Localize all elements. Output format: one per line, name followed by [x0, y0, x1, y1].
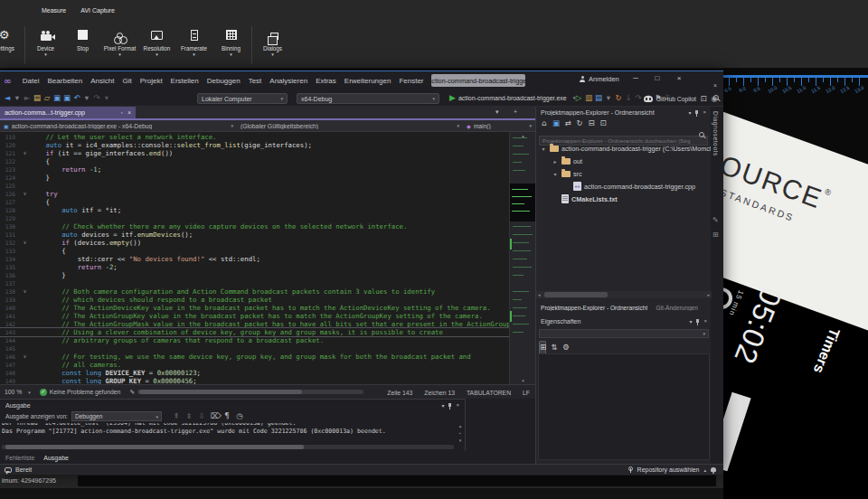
ribbon-button-stop[interactable]: Stop▾	[64, 24, 101, 57]
autoscroll-icon[interactable]: ⇩	[198, 410, 205, 422]
close-button[interactable]: ×	[673, 74, 685, 82]
redo-caret-icon[interactable]: ▾	[103, 92, 110, 104]
menu-extras[interactable]: Extras	[312, 77, 341, 85]
tree-caret-icon[interactable]: ▾	[540, 146, 547, 152]
close-icon[interactable]: ×	[456, 402, 459, 408]
close-icon[interactable]: ×	[703, 318, 707, 324]
chevron-down-icon[interactable]: ▾	[689, 318, 692, 325]
word-wrap-icon[interactable]: ¶	[223, 410, 231, 422]
close-icon[interactable]: ×	[713, 82, 717, 89]
chevron-down-icon[interactable]: ▾	[441, 402, 444, 409]
tool-tab-git-nderungen[interactable]: Git-Änderungen	[656, 305, 698, 311]
feedback-icon[interactable]	[5, 467, 12, 473]
categorized-icon[interactable]: ⊞	[539, 341, 546, 354]
menu-erstellen[interactable]: Erstellen	[166, 77, 203, 85]
minimap[interactable]: ▴ ▾	[509, 132, 535, 384]
capture-tab-measure[interactable]: Measure	[42, 7, 66, 14]
search-input[interactable]	[539, 136, 708, 146]
menu-ansicht[interactable]: Ansicht	[87, 77, 118, 85]
properties-header[interactable]: Eigenschaften ▾ ×	[536, 315, 712, 326]
sign-in-button[interactable]: Anmelden	[579, 75, 619, 83]
redo-icon[interactable]: ↷	[93, 92, 100, 104]
refresh-icon[interactable]: ↻	[576, 118, 583, 129]
menu-test[interactable]: Test	[244, 77, 266, 85]
menu-git[interactable]: Git	[118, 77, 136, 85]
save-all-icon[interactable]: ▣	[63, 92, 71, 104]
line-indicator[interactable]: Zeile 143	[387, 390, 412, 396]
menu-projekt[interactable]: Projekt	[136, 77, 166, 85]
eol-indicator[interactable]: LF	[523, 390, 530, 396]
configuration-dropdown[interactable]: x64-Debug▾	[297, 93, 439, 104]
maximize-button[interactable]: □	[651, 74, 664, 82]
undo-icon[interactable]: ↶	[73, 92, 80, 104]
clear-all-icon[interactable]: ⌦	[211, 410, 218, 422]
menu-bearbeiten[interactable]: Bearbeiten	[43, 77, 87, 85]
navigate-forward-icon[interactable]: ►	[24, 92, 31, 104]
search-icon[interactable]	[713, 95, 719, 100]
pencil-icon[interactable]: ✎	[712, 216, 719, 224]
alphabetical-icon[interactable]: ⇅	[551, 342, 558, 353]
tool-tab-projektmappen-explorer-ordneransicht[interactable]: Projektmappen-Explorer - Ordneransicht	[541, 305, 647, 311]
ribbon-button-framerate[interactable]: Framerate▾	[175, 24, 212, 57]
layout-icon[interactable]: ⊞	[712, 231, 719, 239]
repository-picker[interactable]: Repository auswählen	[637, 466, 700, 473]
sync-with-active-document-icon[interactable]: ⇄	[564, 118, 571, 129]
panel-tab-fehlerliste[interactable]: Fehlerliste	[5, 455, 34, 461]
horizontal-scrollbar[interactable]	[137, 390, 363, 394]
tree-item-action-command-broadcast-trigg[interactable]: ++action-command-broadcast-trigger.cpp	[536, 180, 711, 193]
test-explorer-icon[interactable]: ▤	[595, 92, 602, 104]
code-editor[interactable]: 119 // Let the user select a network int…	[0, 132, 535, 384]
scroll-left-icon[interactable]: ◂	[538, 292, 541, 297]
document-list-caret-icon[interactable]: ▾	[495, 108, 499, 116]
menu-datei[interactable]: Datei	[18, 77, 43, 85]
open-file-icon[interactable]: ▱	[43, 92, 51, 104]
ribbon-button-resolution[interactable]: Resolution▾	[138, 24, 175, 57]
column-indicator[interactable]: Zeichen 13	[424, 390, 455, 396]
explorer-horizontal-scrollbar[interactable]: ◂ ▸	[536, 291, 712, 298]
tree-item-out[interactable]: ▸out	[536, 155, 711, 167]
menu-debuggen[interactable]: Debuggen	[203, 77, 244, 85]
collapse-all-icon[interactable]: ⊟	[588, 118, 595, 129]
save-icon[interactable]: ▣	[53, 92, 61, 104]
close-icon[interactable]: ×	[703, 109, 706, 115]
notifications-bell-icon[interactable]	[711, 467, 716, 472]
chevron-down-icon[interactable]: ▾	[688, 109, 691, 116]
pin-icon[interactable]	[695, 110, 698, 114]
tab-diagnosetools[interactable]: Diagnosetools	[712, 111, 719, 156]
tree-caret-icon[interactable]: ▾	[552, 171, 559, 177]
hot-reload-icon[interactable]: ↻	[615, 92, 622, 104]
target-machine-dropdown[interactable]: Lokaler Computer▾	[197, 93, 288, 104]
scrollbar-thumb[interactable]	[139, 390, 302, 394]
new-tab-icon[interactable]: +	[514, 108, 517, 115]
properties-grid[interactable]	[538, 353, 710, 460]
output-log[interactable]: Der Thread 'ic4.device_lost' (23304) hat…	[2, 423, 456, 441]
fold-arrow-icon[interactable]: ∨	[20, 149, 30, 157]
menu-analysieren[interactable]: Analysieren	[266, 77, 312, 85]
tab-action-command-broadcast-trigger-cpp[interactable]: action-comma...t-trigger.cpp ◦ ×	[0, 107, 136, 118]
breadcrumb-member[interactable]: ◆ main() ▾	[463, 120, 535, 132]
fold-arrow-icon[interactable]: ∨	[20, 190, 30, 198]
problems-indicator[interactable]: Keine Probleme gefunden	[35, 389, 126, 396]
ribbon-button-dialogs[interactable]: Dialogs▾	[254, 24, 291, 57]
ribbon-button-pixel-format[interactable]: Pixel Format▾	[101, 24, 138, 57]
tree-item-src[interactable]: ▾src	[536, 167, 711, 180]
goto-previous-message-icon[interactable]: ⇞	[173, 410, 180, 422]
switch-views-icon[interactable]: ▣	[552, 118, 560, 129]
scrollbar-thumb[interactable]	[544, 292, 608, 297]
zoom-dropdown[interactable]: 100 %▾	[0, 389, 35, 395]
solution-explorer-search[interactable]	[539, 130, 708, 140]
output-header[interactable]: Ausgabe ▾ ×	[0, 400, 465, 410]
tree-caret-icon[interactable]: ▸	[552, 158, 559, 165]
properties-object-dropdown[interactable]: ▾	[539, 329, 709, 338]
value-field[interactable]	[78, 475, 716, 486]
run-without-debugging-icon[interactable]: ▷	[575, 92, 582, 104]
undo-caret-icon[interactable]: ▾	[83, 92, 90, 104]
minimize-button[interactable]: ─	[629, 74, 642, 82]
navigate-backward-caret-icon[interactable]: ▾	[14, 92, 21, 104]
navigate-backward-icon[interactable]: ◄	[4, 92, 11, 104]
breadcrumb-scope[interactable]: (Globaler Gültigkeitsbereich) ▾	[237, 120, 463, 132]
step-into-icon[interactable]: ↓	[625, 92, 632, 104]
output-source-dropdown[interactable]: Debuggen▾	[71, 411, 162, 421]
property-pages-icon[interactable]: ⚙	[562, 342, 570, 353]
performance-profiler-icon[interactable]: ▥	[585, 92, 592, 104]
